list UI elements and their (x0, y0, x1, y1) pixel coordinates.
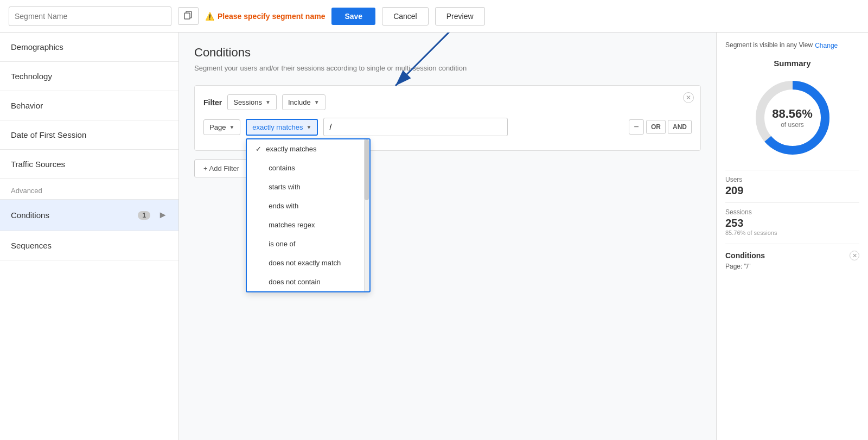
option-does-not-exactly-match[interactable]: does not exactly match (247, 253, 369, 272)
users-stat: Users 209 (725, 170, 859, 202)
copy-segment-button[interactable] (178, 7, 199, 25)
main-layout: Demographics Technology Behavior Date of… (0, 33, 868, 440)
or-button[interactable]: OR (646, 120, 666, 134)
page-title: Conditions (194, 46, 701, 60)
donut-chart: 88.56% of users (725, 74, 859, 161)
sidebar-item-technology[interactable]: Technology (0, 62, 178, 91)
dimension-dropdown[interactable]: Page ▼ (203, 119, 240, 135)
visibility-row: Segment is visible in any View Change (725, 41, 859, 50)
option-contains[interactable]: contains (247, 158, 369, 177)
checkmark-icon: ✓ (256, 145, 261, 153)
filter-value-input[interactable] (323, 118, 508, 136)
preview-button[interactable]: Preview (435, 7, 485, 25)
save-button[interactable]: Save (331, 8, 375, 25)
svg-rect-0 (184, 13, 190, 19)
donut-center: 88.56% of users (772, 107, 813, 129)
cancel-button[interactable]: Cancel (382, 7, 429, 25)
right-panel: Segment is visible in any View Change Su… (716, 33, 868, 440)
dropdown-scroll-thumb (365, 139, 369, 200)
match-type-dropdown[interactable]: exactly matches ▼ (246, 119, 318, 136)
page-description: Segment your users and/or their sessions… (194, 64, 701, 72)
conditions-summary-header: Conditions ✕ (725, 251, 859, 260)
include-dropdown[interactable]: Include ▼ (282, 94, 326, 110)
option-is-one-of[interactable]: is one of (247, 234, 369, 253)
sessions-stat: Sessions 253 85.76% of sessions (725, 202, 859, 241)
advanced-section-header: Advanced (0, 179, 178, 200)
sessions-value: 253 (725, 217, 859, 229)
filter-actions: − OR AND (629, 119, 692, 135)
sidebar-item-traffic-sources[interactable]: Traffic Sources (0, 150, 178, 179)
sidebar: Demographics Technology Behavior Date of… (0, 33, 179, 440)
option-ends-with[interactable]: ends with (247, 196, 369, 215)
match-type-container: exactly matches ▼ ✓ exactly matches cont… (246, 119, 318, 136)
dimension-dropdown-arrow: ▼ (229, 124, 234, 130)
sessions-sublabel: 85.76% of sessions (725, 229, 859, 236)
conditions-summary-value: Page: "/" (725, 263, 859, 270)
option-starts-with[interactable]: starts with (247, 177, 369, 196)
include-dropdown-arrow: ▼ (314, 99, 320, 105)
segment-name-input[interactable] (9, 7, 171, 26)
donut-percentage: 88.56% (772, 107, 813, 121)
conditions-badge: 1 (138, 211, 150, 220)
sessions-label: Sessions (725, 208, 859, 216)
sidebar-item-demographics[interactable]: Demographics (0, 33, 178, 62)
top-bar: ⚠️ Please specify segment name Save Canc… (0, 0, 868, 33)
donut-label: of users (772, 121, 813, 129)
dropdown-scrollbar[interactable] (364, 139, 369, 291)
change-link[interactable]: Change (815, 42, 838, 49)
sessions-dropdown-arrow: ▼ (265, 99, 271, 105)
content-area: Conditions Segment your users and/or the… (179, 33, 716, 440)
sidebar-item-sequences[interactable]: Sequences (0, 231, 178, 260)
filter-row: Page ▼ exactly matches ▼ ✓ exactly match… (203, 118, 692, 136)
option-does-not-contain[interactable]: does not contain (247, 272, 369, 291)
sidebar-item-behavior[interactable]: Behavior (0, 91, 178, 120)
active-arrow-icon: ► (158, 209, 168, 221)
option-matches-regex[interactable]: matches regex (247, 215, 369, 234)
sidebar-item-date-first-session[interactable]: Date of First Session (0, 120, 178, 150)
filter-close-button[interactable]: ✕ (683, 92, 694, 103)
summary-title: Summary (725, 59, 859, 68)
option-exactly-matches[interactable]: ✓ exactly matches (247, 139, 369, 158)
users-label: Users (725, 176, 859, 183)
visibility-text: Segment is visible in any View (725, 41, 813, 49)
filter-header: Filter Sessions ▼ Include ▼ ✕ (203, 94, 692, 110)
add-filter-button[interactable]: + Add Filter (194, 160, 248, 177)
and-button[interactable]: AND (668, 120, 692, 134)
users-value: 209 (725, 184, 859, 197)
remove-filter-row-button[interactable]: − (629, 119, 644, 135)
match-type-dropdown-menu: ✓ exactly matches contains starts with (246, 138, 371, 292)
match-type-arrow: ▼ (306, 124, 311, 130)
sessions-dropdown[interactable]: Sessions ▼ (227, 94, 277, 110)
conditions-summary: Conditions ✕ Page: "/" (725, 244, 859, 270)
conditions-summary-close[interactable]: ✕ (850, 251, 859, 260)
warning-icon: ⚠️ (205, 12, 214, 21)
conditions-summary-title: Conditions (725, 251, 765, 260)
warning-message: ⚠️ Please specify segment name (205, 12, 325, 21)
sidebar-item-conditions[interactable]: Conditions 1 ► (0, 200, 178, 231)
filter-label: Filter (203, 98, 222, 107)
filter-block: Filter Sessions ▼ Include ▼ ✕ Page ▼ (194, 85, 701, 151)
